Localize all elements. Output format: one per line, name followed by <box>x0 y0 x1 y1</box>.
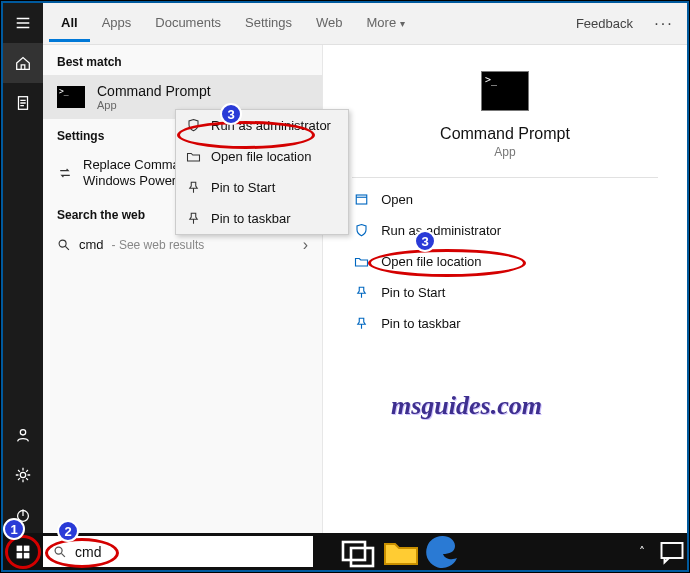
task-view-icon <box>339 532 379 572</box>
ctx-pin-to-taskbar[interactable]: Pin to taskbar <box>176 203 348 234</box>
search-body: Best match Command Prompt App Settings R… <box>43 45 687 535</box>
action-pin-to-start[interactable]: Pin to Start <box>352 277 658 308</box>
chevron-down-icon: ▾ <box>400 18 405 29</box>
action-center-button[interactable] <box>657 533 687 570</box>
pin-icon <box>186 211 201 226</box>
tray-chevron-up[interactable]: ˄ <box>627 533 657 570</box>
svg-rect-6 <box>17 545 23 551</box>
chevron-up-icon: ˄ <box>639 545 645 559</box>
action-open-file-location[interactable]: Open file location <box>352 246 658 277</box>
account-icon[interactable] <box>3 415 43 455</box>
notification-icon <box>657 537 687 567</box>
search-tabs: All Apps Documents Settings Web More ▾ F… <box>43 3 687 45</box>
action-pin-to-taskbar[interactable]: Pin to taskbar <box>352 308 658 339</box>
tab-all[interactable]: All <box>49 5 90 42</box>
edge-button[interactable] <box>423 533 463 570</box>
more-options-button[interactable]: ··· <box>647 7 681 41</box>
svg-rect-7 <box>24 545 30 551</box>
taskbar-search-box[interactable]: cmd <box>43 536 313 567</box>
action-open[interactable]: Open <box>352 184 658 215</box>
separator <box>352 177 658 178</box>
action-list: Open Run as administrator Open file loca… <box>352 184 658 339</box>
tab-web[interactable]: Web <box>304 5 355 42</box>
tab-apps[interactable]: Apps <box>90 5 144 42</box>
edge-icon <box>423 532 463 572</box>
svg-rect-9 <box>24 552 30 558</box>
start-left-rail <box>3 3 43 535</box>
ctx-open-file-location[interactable]: Open file location <box>176 141 348 172</box>
ctx-pin-to-start[interactable]: Pin to Start <box>176 172 348 203</box>
svg-point-4 <box>59 240 66 247</box>
best-match-title: Command Prompt <box>97 83 211 99</box>
document-rail-icon[interactable] <box>3 83 43 123</box>
taskbar: cmd ˄ <box>3 533 687 570</box>
search-icon <box>53 545 67 559</box>
search-panel: All Apps Documents Settings Web More ▾ F… <box>43 3 687 535</box>
ctx-run-as-admin[interactable]: Run as administrator <box>176 110 348 141</box>
system-tray: ˄ <box>627 533 687 570</box>
section-best-match: Best match <box>43 45 322 75</box>
preview-title: Command Prompt <box>440 125 570 143</box>
context-menu: Run as administrator Open file location … <box>175 109 349 235</box>
shield-icon <box>354 223 369 238</box>
feedback-link[interactable]: Feedback <box>566 10 643 37</box>
web-query: cmd <box>79 237 104 252</box>
power-icon[interactable] <box>3 495 43 535</box>
folder-icon <box>354 254 369 269</box>
preview-header: Command Prompt App <box>323 45 687 159</box>
start-button[interactable] <box>3 533 43 570</box>
hamburger-icon[interactable] <box>3 3 43 43</box>
swap-icon <box>57 165 73 181</box>
shield-icon <box>186 118 201 133</box>
command-prompt-icon <box>57 86 85 108</box>
pin-icon <box>186 180 201 195</box>
tab-settings[interactable]: Settings <box>233 5 304 42</box>
svg-rect-5 <box>356 195 367 204</box>
web-hint: - See web results <box>112 238 205 252</box>
home-icon[interactable] <box>3 43 43 83</box>
taskbar-pinned <box>339 533 463 570</box>
svg-point-1 <box>20 430 25 435</box>
svg-rect-13 <box>662 543 683 558</box>
action-run-as-admin[interactable]: Run as administrator <box>352 215 658 246</box>
tab-more[interactable]: More ▾ <box>355 5 417 42</box>
svg-point-10 <box>55 547 62 554</box>
pin-icon <box>354 316 369 331</box>
tab-documents[interactable]: Documents <box>143 5 233 42</box>
results-column: Best match Command Prompt App Settings R… <box>43 45 323 535</box>
svg-point-2 <box>20 472 25 477</box>
svg-rect-8 <box>17 552 23 558</box>
command-prompt-icon <box>481 71 529 111</box>
open-icon <box>354 192 369 207</box>
svg-rect-12 <box>351 548 373 566</box>
preview-column: Command Prompt App Open Run as administr… <box>323 45 687 535</box>
preview-subtitle: App <box>494 145 515 159</box>
chevron-right-icon: › <box>303 236 308 254</box>
file-explorer-button[interactable] <box>381 533 421 570</box>
folder-icon <box>186 149 201 164</box>
task-view-button[interactable] <box>339 533 379 570</box>
search-input-value: cmd <box>75 544 101 560</box>
windows-logo-icon <box>15 544 31 560</box>
screenshot-frame: All Apps Documents Settings Web More ▾ F… <box>0 0 690 573</box>
pin-icon <box>354 285 369 300</box>
svg-rect-11 <box>343 542 365 560</box>
search-icon <box>57 238 71 252</box>
gear-icon[interactable] <box>3 455 43 495</box>
folder-icon <box>381 532 421 572</box>
